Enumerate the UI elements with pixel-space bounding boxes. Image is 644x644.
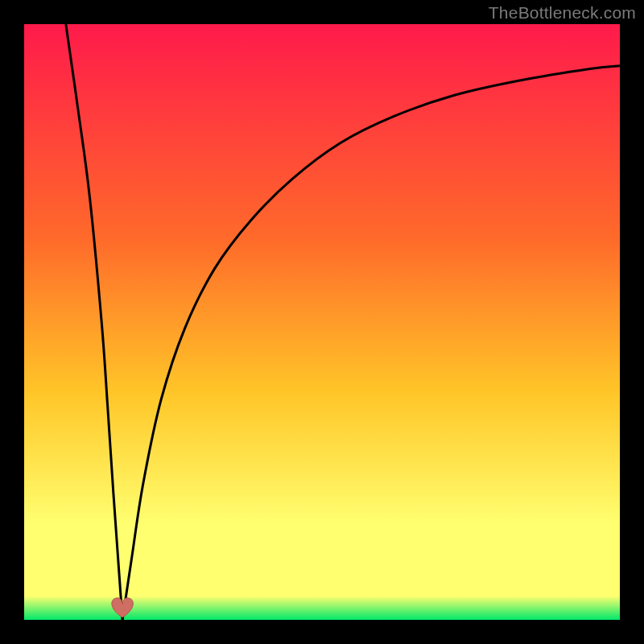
gradient-background (24, 24, 620, 620)
watermark-text: TheBottleneck.com (489, 3, 636, 23)
chart-frame: TheBottleneck.com (0, 0, 644, 644)
plot-area (24, 24, 620, 620)
chart-svg (24, 24, 620, 620)
